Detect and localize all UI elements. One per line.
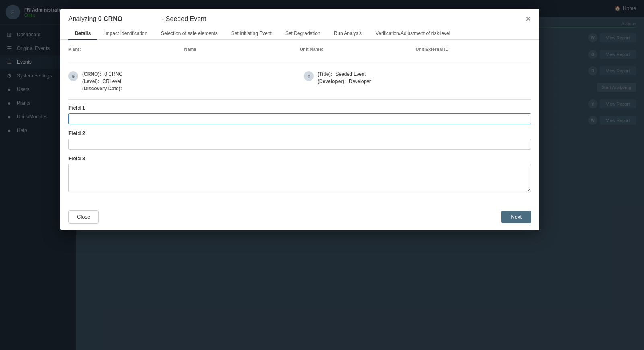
modal-footer: Close Next (60, 205, 539, 230)
plant-label: Plant: (68, 47, 184, 52)
info-plant: Plant: (68, 47, 184, 58)
level-value: CRLevel (103, 79, 121, 84)
crno-label: (CRNO): (82, 71, 101, 77)
modal: Analyzing 0 CRNO - Seeded Event ✕ Detail… (60, 9, 539, 230)
event-field-title: (Title): Seeded Event (318, 71, 531, 77)
close-button[interactable]: Close (68, 210, 99, 224)
info-unit-name: Unit Name: (300, 47, 416, 58)
tab-verification[interactable]: Verification/Adjustment of risk level (369, 27, 456, 40)
field-3-textarea[interactable] (68, 164, 531, 192)
modal-title-middle: - Seeded Event (162, 15, 206, 22)
modal-body: Plant: Name Unit Name: Unit External ID (60, 40, 539, 205)
name-value (184, 52, 300, 58)
field-2-input[interactable] (68, 139, 531, 150)
tab-impact-identification[interactable]: Impact Identification (98, 27, 154, 40)
event-col-left: ⚙ (CRNO): 0 CRNO (Level): CRLevel (Disco… (68, 71, 296, 93)
plant-value (68, 52, 184, 58)
next-button[interactable]: Next (501, 211, 531, 223)
level-label: (Level): (82, 79, 99, 84)
field-2-label: Field 2 (68, 130, 531, 136)
divider-2 (68, 99, 531, 100)
level-extra (124, 79, 132, 84)
title-label: (Title): (318, 71, 332, 77)
developer-label: (Developer): (318, 79, 346, 84)
event-field-developer: (Developer): Developer (318, 79, 531, 84)
field-1-label: Field 1 (68, 105, 531, 111)
event-icon-left: ⚙ (68, 71, 78, 81)
tab-safe-elements[interactable]: Selection of safe elements (155, 27, 224, 40)
discovery-date-value (125, 86, 138, 91)
modal-crno: 0 CRNO (98, 15, 122, 22)
unit-name-value (300, 52, 416, 58)
info-name: Name (184, 47, 300, 58)
modal-tabs: Details Impact Identification Selection … (60, 27, 539, 40)
modal-title-blurred (124, 15, 160, 23)
crno-value: 0 CRNO (104, 71, 122, 77)
name-label: Name (184, 47, 300, 52)
event-field-crno: (CRNO): 0 CRNO (82, 71, 296, 77)
tab-set-degradation[interactable]: Set Degradation (279, 27, 327, 40)
field-1-input[interactable] (68, 113, 531, 124)
divider-1 (68, 63, 531, 63)
tab-run-analysis[interactable]: Run Analysis (328, 27, 368, 40)
modal-title-prefix: Analyzing (68, 15, 96, 22)
discovery-date-label: (Discovery Date): (82, 86, 122, 91)
unit-external-id-value (416, 52, 532, 58)
event-icon-right: ⚙ (304, 71, 314, 81)
unit-external-id-label: Unit External ID (416, 47, 532, 52)
info-row: Plant: Name Unit Name: Unit External ID (68, 47, 531, 58)
event-row: ⚙ (CRNO): 0 CRNO (Level): CRLevel (Disco… (68, 68, 531, 96)
developer-extra (374, 79, 380, 84)
event-details-right: (Title): Seeded Event (Developer): Devel… (318, 71, 531, 86)
field-1-section: Field 1 (68, 105, 531, 124)
tab-details[interactable]: Details (68, 27, 97, 40)
event-details-left: (CRNO): 0 CRNO (Level): CRLevel (Discove… (82, 71, 296, 93)
event-field-discovery-date: (Discovery Date): (82, 86, 296, 91)
modal-close-button[interactable]: ✕ (525, 15, 531, 23)
modal-title: Analyzing 0 CRNO - Seeded Event (68, 15, 206, 23)
title-value: Seeded Event (335, 71, 365, 77)
field-2-section: Field 2 (68, 130, 531, 150)
event-field-level: (Level): CRLevel (82, 79, 296, 84)
tab-set-initiating-event[interactable]: Set Initiating Event (225, 27, 278, 40)
event-col-right: ⚙ (Title): Seeded Event (Developer): Dev… (304, 71, 531, 93)
unit-name-label: Unit Name: (300, 47, 416, 52)
title-extra (369, 71, 374, 77)
info-unit-ext-id: Unit External ID (416, 47, 532, 58)
developer-value: Developer (349, 79, 371, 84)
field-3-section: Field 3 (68, 155, 531, 193)
field-3-label: Field 3 (68, 155, 531, 162)
modal-header: Analyzing 0 CRNO - Seeded Event ✕ (60, 9, 539, 23)
